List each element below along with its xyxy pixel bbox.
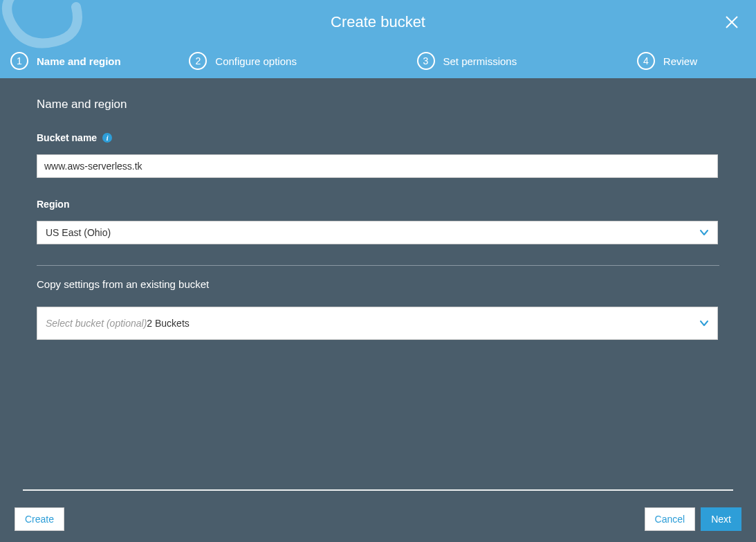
info-icon[interactable]: i [102, 133, 112, 143]
region-value: US East (Ohio) [46, 227, 111, 238]
step-label: Configure options [215, 55, 297, 67]
bucket-name-label: Bucket name i [37, 132, 719, 143]
step-number: 4 [637, 52, 655, 70]
step-label: Set permissions [443, 55, 517, 67]
dialog-title: Create bucket [331, 13, 425, 31]
copy-settings-select[interactable]: Select bucket (optional)2 Buckets [37, 307, 718, 340]
step-set-permissions[interactable]: 3 Set permissions [417, 52, 517, 70]
step-number: 2 [189, 52, 207, 70]
step-number: 1 [10, 52, 28, 70]
chevron-down-icon [699, 318, 709, 328]
bucket-count: 2 Buckets [147, 318, 189, 329]
copy-settings-title: Copy settings from an existing bucket [37, 278, 719, 290]
step-label: Name and region [37, 55, 121, 67]
label-text: Region [37, 199, 69, 210]
section-title: Name and region [37, 98, 719, 111]
close-icon [725, 15, 739, 29]
chevron-down-icon [699, 228, 709, 237]
region-label: Region [37, 199, 719, 210]
dialog-footer: Create Cancel Next [15, 489, 741, 531]
region-field: Region US East (Ohio) [37, 199, 719, 244]
step-configure-options[interactable]: 2 Configure options [189, 52, 297, 70]
step-number: 3 [417, 52, 435, 70]
step-review[interactable]: 4 Review [637, 52, 697, 70]
header-decoration [0, 0, 97, 44]
footer-divider [23, 489, 733, 491]
step-name-and-region[interactable]: 1 Name and region [10, 52, 121, 70]
form-content: Name and region Bucket name i Region US … [0, 78, 756, 340]
cancel-button[interactable]: Cancel [645, 507, 696, 531]
bucket-name-field: Bucket name i [37, 132, 719, 178]
create-button[interactable]: Create [15, 507, 64, 531]
close-button[interactable] [725, 15, 739, 29]
label-text: Bucket name [37, 132, 97, 143]
steps-bar: 1 Name and region 2 Configure options 3 … [0, 44, 756, 78]
select-placeholder: Select bucket (optional) [46, 318, 147, 329]
bucket-name-input[interactable] [37, 154, 718, 178]
region-select[interactable]: US East (Ohio) [37, 221, 718, 244]
step-label: Review [663, 55, 697, 67]
dialog-header: Create bucket [0, 0, 756, 44]
section-divider [37, 265, 719, 266]
footer-buttons: Create Cancel Next [15, 507, 741, 531]
next-button[interactable]: Next [701, 507, 741, 531]
